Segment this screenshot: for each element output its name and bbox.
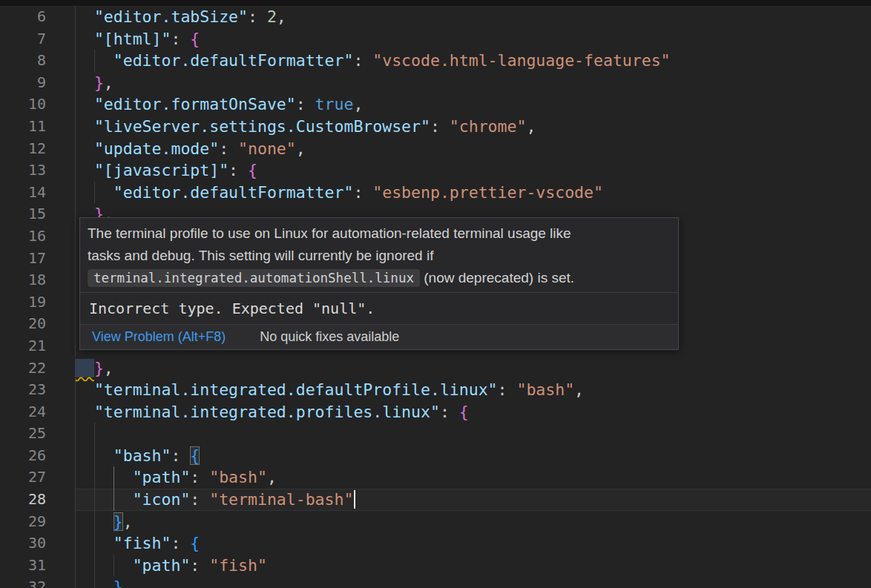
code-token: : xyxy=(498,380,517,399)
code-token: } xyxy=(114,578,123,588)
code-line[interactable]: 29 }, xyxy=(0,511,871,533)
line-number[interactable]: 25 xyxy=(0,423,46,445)
code-token: "none" xyxy=(238,139,296,158)
indent-guide xyxy=(75,269,76,291)
line-number[interactable]: 29 xyxy=(0,511,46,533)
code-token: , xyxy=(104,359,114,377)
line-number[interactable]: 20 xyxy=(0,313,46,335)
code-line[interactable]: 14 "editor.defaultFormatter": "esbenp.pr… xyxy=(0,182,871,204)
code-token xyxy=(75,7,94,26)
line-number[interactable]: 21 xyxy=(0,335,46,357)
description-line: The terminal profile to use on Linux for… xyxy=(88,222,669,245)
code-line[interactable]: 32 }, xyxy=(0,576,871,588)
line-number[interactable]: 17 xyxy=(0,248,46,270)
indent-guide xyxy=(75,248,76,270)
line-number[interactable]: 27 xyxy=(0,466,46,489)
code-line[interactable]: 6 "editor.tabSize": 2, xyxy=(0,6,871,28)
code-token: "editor.formatOnSave" xyxy=(94,95,296,113)
code-token: "bash" xyxy=(209,468,267,486)
code-line[interactable]: 9 }, xyxy=(0,72,871,94)
no-quick-fixes-label: No quick fixes available xyxy=(260,328,399,345)
code-token: 2 xyxy=(267,7,277,26)
code-line[interactable]: 12 "update.mode": "none", xyxy=(0,138,871,160)
line-number[interactable]: 18 xyxy=(0,269,46,291)
line-number[interactable]: 12 xyxy=(0,138,46,160)
code-token: "path" xyxy=(133,556,191,575)
code-line[interactable]: 28 "icon": "terminal-bash" xyxy=(0,489,871,511)
code-token: : xyxy=(190,490,209,509)
code-content: }, xyxy=(75,357,871,380)
code-token: : xyxy=(353,183,372,202)
text-cursor xyxy=(354,490,355,509)
code-content: "[html]": { xyxy=(75,28,871,50)
code-token: "update.mode" xyxy=(94,139,219,158)
code-token xyxy=(75,73,94,92)
view-problem-link[interactable]: View Problem (Alt+F8) xyxy=(92,328,226,345)
matched-bracket: } xyxy=(114,512,123,531)
indent-guide xyxy=(75,423,76,445)
code-content: "editor.formatOnSave": true, xyxy=(75,93,871,116)
line-number[interactable]: 8 xyxy=(0,50,46,72)
code-content: "path": "fish" xyxy=(75,555,871,577)
code-content xyxy=(75,423,871,445)
code-line[interactable]: 26 "bash": { xyxy=(0,445,871,467)
line-number[interactable]: 9 xyxy=(0,72,46,94)
indent-guide xyxy=(94,423,95,445)
code-token: : xyxy=(430,117,450,136)
line-number[interactable]: 28 xyxy=(0,489,46,511)
inline-code-chip: terminal.integrated.automationShell.linu… xyxy=(88,269,420,287)
code-token xyxy=(75,468,133,486)
code-token: } xyxy=(94,359,104,377)
code-line[interactable]: 10 "editor.formatOnSave": true, xyxy=(0,93,871,116)
line-number[interactable]: 30 xyxy=(0,532,46,555)
code-token: , xyxy=(353,95,363,113)
code-line[interactable]: 27 "path": "bash", xyxy=(0,466,871,489)
code-content: "fish": { xyxy=(75,532,871,555)
line-number[interactable]: 14 xyxy=(0,182,46,204)
code-content: "update.mode": "none", xyxy=(75,138,871,160)
code-token: : xyxy=(229,161,248,179)
line-number[interactable]: 19 xyxy=(0,291,46,314)
code-content: "terminal.integrated.defaultProfile.linu… xyxy=(75,379,871,401)
line-number[interactable]: 32 xyxy=(0,576,46,588)
line-number[interactable]: 31 xyxy=(0,555,46,577)
code-line[interactable]: 11 "liveServer.settings.CustomBrowser": … xyxy=(0,116,871,138)
line-number[interactable]: 13 xyxy=(0,159,46,182)
line-number[interactable]: 22 xyxy=(0,357,46,380)
code-line[interactable]: 13 "[javascript]": { xyxy=(0,159,871,182)
line-number[interactable]: 15 xyxy=(0,203,46,225)
code-line[interactable]: 24 "terminal.integrated.profiles.linux":… xyxy=(0,401,871,423)
line-number[interactable]: 23 xyxy=(0,379,46,401)
code-token xyxy=(75,556,133,575)
code-line[interactable]: 23 "terminal.integrated.defaultProfile.l… xyxy=(0,379,871,401)
line-number[interactable]: 26 xyxy=(0,445,46,467)
code-content: }, xyxy=(75,576,871,588)
code-line[interactable]: 30 "fish": { xyxy=(0,532,871,555)
code-token xyxy=(75,51,114,70)
code-token: , xyxy=(574,380,584,399)
code-token: : xyxy=(190,556,209,575)
code-token: "editor.defaultFormatter" xyxy=(114,183,354,202)
code-line[interactable]: 8 "editor.defaultFormatter": "vscode.htm… xyxy=(0,50,871,72)
code-token: : xyxy=(248,7,267,26)
problem-message: Incorrect type. Expected "null". xyxy=(80,292,678,324)
code-content: "terminal.integrated.profiles.linux": { xyxy=(75,401,871,423)
problem-hover-popup: The terminal profile to use on Linux for… xyxy=(79,217,679,350)
line-number[interactable]: 6 xyxy=(0,6,46,28)
code-token: , xyxy=(104,73,114,92)
code-line[interactable]: 7 "[html]": { xyxy=(0,28,871,50)
code-content: "editor.tabSize": 2, xyxy=(75,6,871,28)
code-token xyxy=(75,139,94,158)
line-number[interactable]: 10 xyxy=(0,93,46,116)
code-line[interactable]: 25 xyxy=(0,423,871,445)
code-token: : xyxy=(171,534,190,552)
code-token: "vscode.html-language-features" xyxy=(372,51,670,70)
line-number[interactable]: 11 xyxy=(0,116,46,138)
code-content: "icon": "terminal-bash" xyxy=(75,489,871,511)
code-token: , xyxy=(296,139,306,158)
line-number[interactable]: 16 xyxy=(0,225,46,248)
line-number[interactable]: 24 xyxy=(0,401,46,423)
code-line[interactable]: 22 }, xyxy=(0,357,871,380)
line-number[interactable]: 7 xyxy=(0,28,46,50)
code-line[interactable]: 31 "path": "fish" xyxy=(0,555,871,577)
